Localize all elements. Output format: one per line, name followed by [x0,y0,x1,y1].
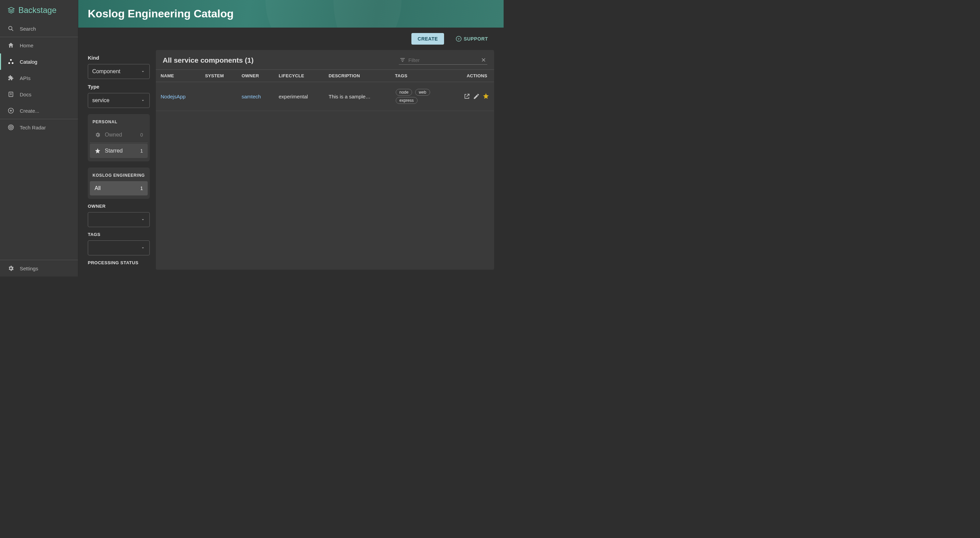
entity-name-link[interactable]: NodejsApp [161,94,185,99]
edit-icon[interactable] [473,93,480,100]
filter-starred[interactable]: Starred 1 [90,144,148,158]
filter-count: 1 [140,185,143,191]
catalog-table: NAME SYSTEM OWNER LIFECYCLE DESCRIPTION … [156,69,494,111]
close-icon[interactable] [480,57,487,63]
col-description[interactable]: DESCRIPTION [324,70,390,82]
toolbar: CREATE ? SUPPORT [78,27,504,50]
open-icon[interactable] [463,93,470,100]
table-filter[interactable] [399,56,487,65]
star-icon [95,148,101,154]
support-button[interactable]: ? SUPPORT [450,33,494,45]
col-lifecycle[interactable]: LIFECYCLE [274,70,324,82]
table-panel: All service components (1) NAME SYSTEM O… [156,50,494,270]
chevron-down-icon [140,246,145,250]
sidebar-item-label: Create... [20,108,40,114]
chevron-down-icon [140,98,145,103]
backstage-icon [7,6,16,14]
star-icon [482,93,489,99]
entity-owner-link[interactable]: samtech [242,94,261,99]
brand-name: Backstage [18,5,56,15]
type-select[interactable]: service [88,93,150,108]
col-tags[interactable]: TAGS [390,70,449,82]
cell-description: This is a sample… [329,94,376,99]
kind-select[interactable]: Component [88,64,150,79]
filter-label: Owned [105,132,122,138]
sidebar-item-home[interactable]: Home [0,37,78,53]
cell-tags: node web express [390,82,449,111]
svg-point-13 [11,127,11,128]
create-button[interactable]: CREATE [411,33,444,45]
tag-chip[interactable]: express [396,97,417,104]
col-name[interactable]: NAME [156,70,200,82]
filter-label: Starred [105,148,123,154]
sidebar-item-label: Catalog [20,59,37,65]
filter-panel: Kind Component Type service PERSONAL Own… [78,50,150,276]
svg-point-3 [8,62,10,64]
owner-label: OWNER [88,204,150,209]
table-title: All service components (1) [163,56,253,64]
col-system[interactable]: SYSTEM [200,70,237,82]
svg-line-1 [11,29,13,31]
page-header: Koslog Engineering Catalog [78,0,504,27]
create-button-label: CREATE [417,36,438,42]
filter-label: All [95,185,101,192]
gear-icon [8,265,14,272]
sidebar-item-label: Docs [20,92,31,97]
sidebar-item-create[interactable]: Create... [0,102,78,119]
sidebar-search[interactable]: Search [0,21,78,37]
sidebar: Backstage Search Home Catalog APIs Docs … [0,0,78,276]
star-toggle[interactable] [482,93,489,101]
docs-icon [8,91,14,98]
search-icon [8,25,14,32]
svg-point-4 [12,62,14,64]
processing-label: PROCESSING STATUS [88,260,150,265]
gear-icon [95,132,101,138]
cell-system [200,82,237,111]
sidebar-item-label: APIs [20,75,30,81]
tags-label: TAGS [88,232,150,237]
sidebar-item-catalog[interactable]: Catalog [0,53,78,70]
sidebar-item-apis[interactable]: APIs [0,70,78,86]
sidebar-item-label: Home [20,43,33,48]
tags-select[interactable] [88,240,150,255]
divider [90,143,148,143]
col-owner[interactable]: OWNER [237,70,274,82]
brand-logo[interactable]: Backstage [0,0,78,21]
sidebar-item-techradar[interactable]: Tech Radar [0,119,78,136]
personal-heading: PERSONAL [88,118,150,127]
owner-select[interactable] [88,212,150,227]
home-icon [8,42,14,49]
svg-text:?: ? [458,37,460,41]
chevron-down-icon [140,69,145,74]
sidebar-item-label: Tech Radar [20,125,46,131]
plus-circle-icon [8,107,14,114]
svg-point-0 [8,26,12,30]
kind-value: Component [92,69,121,75]
sidebar-item-settings[interactable]: Settings [0,260,78,276]
sidebar-item-docs[interactable]: Docs [0,86,78,102]
sidebar-item-label: Settings [20,266,38,271]
filter-icon [399,57,406,63]
page-title: Koslog Engineering Catalog [88,8,494,20]
tag-chip[interactable]: web [415,89,430,96]
kind-label: Kind [88,55,150,61]
svg-point-2 [10,59,12,61]
chevron-down-icon [140,217,145,222]
catalog-icon [8,58,14,65]
type-value: service [92,97,110,104]
help-icon: ? [456,36,462,42]
tag-chip[interactable]: node [396,89,412,96]
filter-count: 1 [140,148,143,153]
support-button-label: SUPPORT [464,36,488,42]
table-row: NodejsApp samtech experimental This is a… [156,82,494,111]
type-label: Type [88,84,150,89]
extension-icon [8,75,14,81]
cell-lifecycle: experimental [274,82,324,111]
org-heading: KOSLOG ENGINEERING [88,172,150,180]
col-actions: ACTIONS [449,70,494,82]
filter-count: 0 [140,132,143,137]
filter-all[interactable]: All 1 [90,181,148,195]
filter-owned[interactable]: Owned 0 [90,128,148,142]
org-card: KOSLOG ENGINEERING All 1 [88,168,150,199]
filter-input[interactable] [408,57,478,63]
